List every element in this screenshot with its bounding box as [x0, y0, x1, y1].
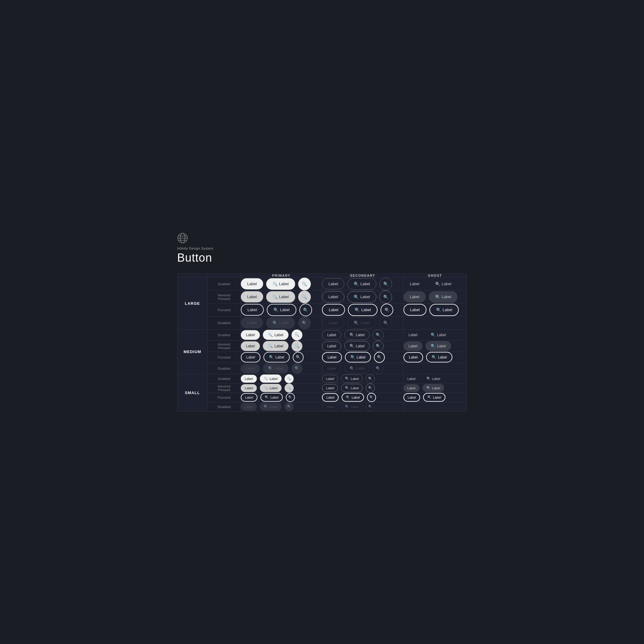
primary-small-hovered-icon-label-btn[interactable]: 🔍Label — [260, 384, 282, 392]
secondary-medium-focused-icon-label-btn[interactable]: 🔍Label — [345, 352, 371, 362]
secondary-medium-focused-label-btn[interactable]: Label — [322, 352, 342, 362]
secondary-small-hovered-icon-btn[interactable]: 🔍 — [366, 384, 375, 393]
primary-medium-enabled-icon-btn[interactable]: 🔍 — [292, 330, 302, 340]
primary-large-enabled-icon-label-btn[interactable]: 🔍Label — [266, 278, 295, 290]
ghost-medium-enabled-label-btn[interactable]: Label — [403, 330, 422, 340]
secondary-small-disabled-icon-label-btn: 🔍Label — [341, 403, 363, 411]
ghost-large-hovered-icon-label-btn[interactable]: 🔍Label — [429, 291, 458, 303]
brand-name: Infinity Design System — [177, 247, 467, 250]
secondary-large-hovered-icon-btn[interactable]: 🔍 — [379, 291, 392, 303]
ghost-large-enabled-label-btn[interactable]: Label — [403, 278, 426, 289]
secondary-medium-enabled-label-btn[interactable]: Label — [322, 330, 341, 340]
secondary-small-disabled-cell: Label 🔍Label 🔍 — [322, 402, 403, 411]
primary-small-enabled-label-btn[interactable]: Label — [241, 375, 257, 383]
secondary-small-focused-icon-btn[interactable]: 🔍 — [367, 393, 376, 402]
primary-medium-focused-icon-label-btn[interactable]: 🔍Label — [263, 352, 289, 362]
ghost-small-focused-label-btn[interactable]: Label — [403, 393, 420, 402]
secondary-small-focused-group: Label 🔍Label 🔍 — [322, 393, 403, 402]
primary-small-enabled-icon-btn[interactable]: 🔍 — [285, 374, 294, 383]
secondary-large-hovered-icon-label-btn[interactable]: 🔍Label — [347, 291, 376, 303]
ghost-large-focused-cell: Label 🔍Label — [403, 303, 467, 316]
search-icon: 🔍 — [264, 377, 268, 381]
secondary-large-enabled-label-btn[interactable]: Label — [322, 278, 344, 289]
primary-medium-focused-label-btn[interactable]: Label — [241, 352, 260, 362]
primary-large-focused-label-btn[interactable]: Label — [241, 304, 264, 316]
primary-large-focused-icon-label-btn[interactable]: 🔍Label — [267, 304, 296, 316]
primary-large-hovered-label-btn[interactable]: Label — [241, 291, 263, 302]
primary-large-enabled-group: Label 🔍Label 🔍 — [241, 278, 322, 290]
search-icon: 🔍 — [426, 386, 431, 390]
primary-large-hovered-icon-label-btn[interactable]: 🔍Label — [266, 291, 295, 303]
secondary-small-enabled-icon-btn[interactable]: 🔍 — [366, 374, 375, 383]
primary-large-disabled-icon-label-btn: 🔍Label — [266, 317, 295, 329]
ghost-small-hovered-label-btn[interactable]: Label — [403, 384, 419, 392]
ghost-medium-enabled-cell: Label 🔍Label — [403, 329, 467, 340]
ghost-small-hovered-icon-label-btn[interactable]: 🔍Label — [422, 384, 444, 392]
ghost-large-focused-group: Label 🔍Label — [403, 304, 467, 316]
secondary-medium-disabled-icon-label-btn: 🔍Label — [344, 363, 370, 373]
primary-large-disabled-cell: Label 🔍Label 🔍 — [241, 316, 322, 329]
state-label-small-enabled: Enabled — [208, 374, 241, 383]
primary-small-focused-icon-btn[interactable]: 🔍 — [286, 393, 295, 402]
ghost-medium-focused-cell: Label 🔍Label — [403, 352, 467, 363]
ghost-small-focused-icon-label-btn[interactable]: 🔍Label — [423, 393, 445, 402]
secondary-medium-hovered-icon-btn[interactable]: 🔍 — [373, 341, 384, 352]
primary-medium-hovered-icon-btn[interactable]: 🔍 — [292, 341, 302, 352]
primary-medium-enabled-icon-label-btn[interactable]: 🔍Label — [263, 330, 288, 340]
search-icon: 🔍 — [268, 333, 273, 337]
search-icon: 🔍 — [368, 377, 372, 381]
secondary-large-focused-icon-btn[interactable]: 🔍 — [381, 304, 393, 316]
ghost-large-focused-label-btn[interactable]: Label — [403, 304, 426, 316]
search-icon: 🔍 — [431, 344, 435, 348]
secondary-large-enabled-icon-label-btn[interactable]: 🔍Label — [347, 278, 376, 290]
primary-small-focused-label-btn[interactable]: Label — [241, 393, 257, 402]
secondary-medium-hovered-label-btn[interactable]: Label — [322, 341, 341, 351]
search-icon: 🔍 — [435, 282, 440, 286]
ghost-small-disabled-cell — [403, 402, 467, 411]
ghost-large-hovered-group: Label 🔍Label — [403, 291, 467, 303]
ghost-medium-focused-icon-label-btn[interactable]: 🔍Label — [426, 352, 452, 362]
secondary-small-hovered-label-btn[interactable]: Label — [322, 384, 338, 392]
primary-medium-focused-icon-btn[interactable]: 🔍 — [293, 352, 304, 363]
ghost-large-enabled-icon-label-btn[interactable]: 🔍Label — [429, 278, 458, 290]
ghost-medium-focused-label-btn[interactable]: Label — [403, 352, 423, 362]
ghost-medium-hovered-cell: Label 🔍Label — [403, 340, 467, 352]
ghost-medium-hovered-label-btn[interactable]: Label — [403, 341, 422, 351]
primary-medium-enabled-label-btn[interactable]: Label — [241, 330, 260, 340]
primary-small-hovered-icon-btn[interactable]: 🔍 — [285, 384, 294, 393]
secondary-small-enabled-icon-label-btn[interactable]: 🔍Label — [341, 375, 363, 383]
primary-small-disabled-cell: Label 🔍Label 🔍 — [241, 402, 322, 411]
primary-large-hovered-icon-btn[interactable]: 🔍 — [298, 291, 311, 303]
primary-small-hovered-label-btn[interactable]: Label — [241, 384, 257, 392]
secondary-small-enabled-group: Label 🔍Label 🔍 — [322, 374, 403, 383]
state-label-small-focused: Focused — [208, 393, 241, 402]
ghost-large-focused-icon-label-btn[interactable]: 🔍Label — [429, 304, 459, 316]
ghost-medium-hovered-icon-label-btn[interactable]: 🔍Label — [426, 341, 451, 351]
secondary-large-focused-label-btn[interactable]: Label — [322, 304, 345, 316]
primary-small-focused-icon-label-btn[interactable]: 🔍Label — [260, 393, 283, 402]
secondary-small-focused-icon-label-btn[interactable]: 🔍Label — [342, 393, 364, 402]
search-icon: 🔍 — [287, 386, 291, 390]
secondary-medium-disabled-icon-btn: 🔍 — [373, 363, 384, 374]
secondary-medium-focused-icon-btn[interactable]: 🔍 — [374, 352, 385, 363]
primary-small-enabled-icon-label-btn[interactable]: 🔍Label — [260, 375, 282, 383]
secondary-medium-enabled-icon-btn[interactable]: 🔍 — [373, 330, 384, 340]
primary-large-focused-icon-btn[interactable]: 🔍 — [299, 304, 312, 316]
secondary-medium-enabled-icon-label-btn[interactable]: 🔍Label — [344, 330, 370, 340]
secondary-small-hovered-icon-label-btn[interactable]: 🔍Label — [341, 384, 363, 392]
primary-large-enabled-label-btn[interactable]: Label — [241, 278, 263, 289]
primary-medium-hovered-icon-label-btn[interactable]: 🔍Label — [263, 341, 288, 351]
secondary-small-focused-label-btn[interactable]: Label — [322, 393, 339, 402]
primary-large-enabled-icon-btn[interactable]: 🔍 — [298, 278, 311, 290]
secondary-large-enabled-icon-btn[interactable]: 🔍 — [379, 278, 392, 290]
search-icon: 🔍 — [268, 366, 273, 371]
ghost-medium-enabled-icon-label-btn[interactable]: 🔍Label — [426, 330, 451, 340]
ghost-large-hovered-label-btn[interactable]: Label — [403, 291, 426, 302]
secondary-large-hovered-label-btn[interactable]: Label — [322, 291, 344, 302]
secondary-small-enabled-label-btn[interactable]: Label — [322, 375, 338, 383]
primary-medium-hovered-label-btn[interactable]: Label — [241, 341, 260, 351]
ghost-small-enabled-icon-label-btn[interactable]: 🔍Label — [422, 375, 444, 383]
ghost-small-enabled-label-btn[interactable]: Label — [403, 375, 419, 383]
secondary-large-focused-icon-label-btn[interactable]: 🔍Label — [348, 304, 378, 316]
secondary-medium-hovered-icon-label-btn[interactable]: 🔍Label — [344, 341, 370, 351]
